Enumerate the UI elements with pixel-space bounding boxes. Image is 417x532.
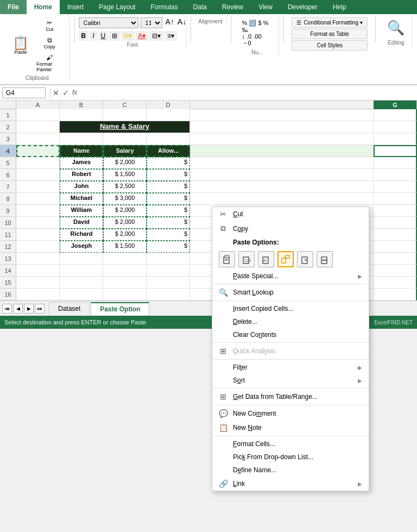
- cell-c1[interactable]: [103, 109, 147, 121]
- cell-b5[interactable]: James: [60, 157, 103, 169]
- context-menu-new-comment[interactable]: 💬 New Comment: [212, 406, 369, 421]
- col-header-c[interactable]: C: [103, 101, 147, 109]
- context-menu-sort[interactable]: Sort ▶: [212, 374, 369, 387]
- cell-c12[interactable]: $ 1,500: [103, 241, 147, 253]
- row-header-14[interactable]: 14: [0, 265, 16, 277]
- cancel-formula-button[interactable]: ✕: [53, 89, 59, 97]
- italic-button[interactable]: I: [90, 31, 97, 41]
- format-painter-button[interactable]: 🖌 Format Painter: [34, 52, 65, 74]
- tab-view[interactable]: View: [251, 0, 280, 14]
- cell-d13[interactable]: [147, 253, 190, 265]
- cell-rest-2[interactable]: [190, 121, 374, 133]
- tab-formulas[interactable]: Formulas: [143, 0, 185, 14]
- confirm-formula-button[interactable]: ✓: [62, 89, 69, 97]
- row-header-16[interactable]: 16: [0, 289, 16, 301]
- cell-c10[interactable]: $ 2,000: [103, 217, 147, 229]
- cell-g1[interactable]: [374, 109, 417, 121]
- cell-b6[interactable]: Robert: [60, 169, 103, 181]
- cell-b9[interactable]: William: [60, 205, 103, 217]
- format-as-table-button[interactable]: Format as Table: [292, 29, 367, 39]
- cell-c6[interactable]: $ 1,500: [103, 169, 147, 181]
- cell-c4[interactable]: Salary: [103, 145, 147, 157]
- cell-a6[interactable]: [16, 169, 60, 181]
- find-select-button[interactable]: 🔍: [383, 17, 409, 39]
- cell-a7[interactable]: [16, 181, 60, 193]
- cell-c8[interactable]: $ 3,000: [103, 193, 147, 205]
- cut-button[interactable]: ✂ Cut: [34, 17, 65, 34]
- cell-b12[interactable]: Joseph: [60, 241, 103, 253]
- row-header-11[interactable]: 11: [0, 229, 16, 241]
- cell-a1[interactable]: [16, 109, 60, 121]
- first-sheet-button[interactable]: ⏮: [2, 304, 12, 314]
- cell-styles-button[interactable]: Cell Styles: [292, 40, 367, 51]
- cell-c11[interactable]: $ 2,000: [103, 229, 147, 241]
- row-header-3[interactable]: 3: [0, 133, 16, 145]
- cell-rest-4[interactable]: [190, 145, 374, 157]
- row-header-15[interactable]: 15: [0, 277, 16, 289]
- cell-a12[interactable]: [16, 241, 60, 253]
- context-menu-get-data[interactable]: ⊞ Get Data from Table/Range...: [212, 390, 369, 404]
- cell-d12[interactable]: $: [147, 241, 190, 253]
- context-menu-format-cells[interactable]: Format Cells...: [212, 437, 369, 450]
- row-header-7[interactable]: 7: [0, 181, 16, 193]
- cell-a3[interactable]: [16, 133, 60, 145]
- tab-review[interactable]: Review: [214, 0, 251, 14]
- cell-g3[interactable]: [374, 133, 417, 145]
- cell-g13[interactable]: [374, 253, 417, 265]
- paste-btn-6[interactable]: [317, 251, 333, 267]
- cell-a8[interactable]: [16, 193, 60, 205]
- decrease-font-button[interactable]: A↓: [178, 17, 186, 28]
- row-header-5[interactable]: 5: [0, 157, 16, 169]
- cell-b2[interactable]: Name & Salary: [60, 121, 190, 133]
- bold-button[interactable]: B: [79, 31, 89, 41]
- cell-b4[interactable]: Name: [60, 145, 103, 157]
- tab-page-layout[interactable]: Page Layout: [91, 0, 143, 14]
- paste-btn-1[interactable]: [219, 251, 235, 267]
- cell-g8[interactable]: [374, 193, 417, 205]
- context-menu-paste-special[interactable]: Paste Special... ▶: [212, 270, 369, 283]
- paste-btn-3[interactable]: fx: [258, 251, 274, 267]
- sheet-tab-paste-option[interactable]: Paste Option: [91, 302, 149, 315]
- next-sheet-button[interactable]: ▶: [24, 304, 34, 314]
- last-sheet-button[interactable]: ⏭: [35, 304, 45, 314]
- sheet-tab-dataset[interactable]: Dataset: [49, 302, 90, 315]
- paste-btn-4[interactable]: [277, 251, 294, 267]
- col-header-g[interactable]: G: [374, 101, 417, 109]
- cell-g11[interactable]: [374, 229, 417, 241]
- cell-c13[interactable]: [103, 253, 147, 265]
- cell-a2[interactable]: [16, 121, 60, 133]
- cell-b3[interactable]: [60, 133, 103, 145]
- cell-d9[interactable]: $: [147, 205, 190, 217]
- cell-d4[interactable]: Allow...: [147, 145, 190, 157]
- cell-d11[interactable]: $: [147, 229, 190, 241]
- cell-rest-7[interactable]: [190, 181, 374, 193]
- context-menu-quick-analysis[interactable]: ⊞ Quick Analysis: [212, 344, 369, 358]
- tab-home[interactable]: Home: [27, 0, 60, 14]
- row-header-13[interactable]: 13: [0, 253, 16, 265]
- cell-g9[interactable]: [374, 205, 417, 217]
- context-menu-new-note[interactable]: 📋 New Note: [212, 421, 369, 435]
- context-menu-cut[interactable]: ✂ Cut: [212, 207, 369, 221]
- cell-b10[interactable]: David: [60, 217, 103, 229]
- increase-font-button[interactable]: A↑: [166, 17, 174, 28]
- context-menu-insert-copied[interactable]: Insert Copied Cells...: [212, 302, 369, 315]
- context-menu-delete[interactable]: Delete...: [212, 315, 369, 328]
- borders-button[interactable]: ⊞: [109, 31, 120, 41]
- cell-c5[interactable]: $ 2,000: [103, 157, 147, 169]
- cell-d7[interactable]: $: [147, 181, 190, 193]
- cell-g2[interactable]: [374, 121, 417, 133]
- copy-button[interactable]: ⧉ Copy: [34, 35, 65, 51]
- row-header-8[interactable]: 8: [0, 193, 16, 205]
- context-menu-define-name[interactable]: Define Name...: [212, 464, 369, 477]
- cell-d1[interactable]: [147, 109, 190, 121]
- cell-g5[interactable]: [374, 157, 417, 169]
- cell-g4[interactable]: [374, 145, 417, 157]
- context-menu-link[interactable]: 🔗 Link ▶: [212, 477, 369, 491]
- cell-b11[interactable]: Richard: [60, 229, 103, 241]
- fill-color-button[interactable]: A▾: [121, 31, 134, 41]
- context-menu-filter[interactable]: Filter ▶: [212, 361, 369, 374]
- font-size-select[interactable]: 11: [141, 17, 162, 28]
- cell-rest-5[interactable]: [190, 157, 374, 169]
- cell-rest-1[interactable]: [190, 109, 374, 121]
- cell-g12[interactable]: [374, 241, 417, 253]
